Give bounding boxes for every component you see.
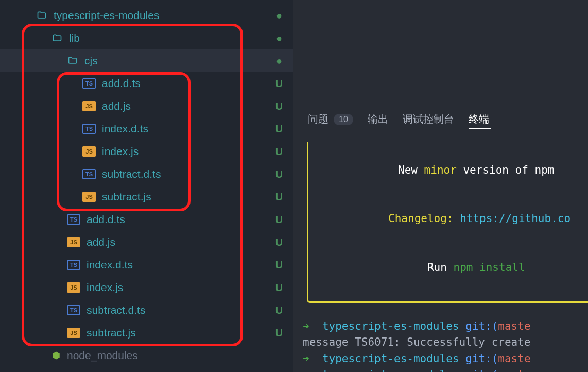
- git-status-untracked: U: [273, 191, 285, 203]
- git-status-untracked: U: [273, 305, 285, 316]
- tree-file[interactable]: TS subtract.d.ts U: [0, 299, 293, 322]
- tree-file[interactable]: TS subtract.d.ts U: [0, 163, 293, 185]
- tree-label: index.js: [102, 145, 273, 158]
- tab-terminal[interactable]: 终端: [469, 112, 489, 126]
- file-explorer: typescript-es-modules ● lib ● cjs ● TS a…: [0, 0, 293, 372]
- js-file-icon: JS: [82, 192, 96, 202]
- tree-label: subtract.js: [102, 191, 273, 203]
- tree-file[interactable]: JS subtract.js U: [0, 185, 293, 208]
- tree-label: subtract.d.ts: [87, 304, 273, 316]
- ts-file-icon: TS: [82, 169, 96, 179]
- terminal-line: ➜ typescript-es-modules git:(maste: [303, 351, 588, 367]
- tab-label: 问题: [308, 112, 328, 126]
- git-status-untracked: U: [273, 168, 285, 180]
- tree-label: subtract.js: [87, 327, 273, 339]
- terminal-line: message TS6071: Successfully create: [303, 334, 588, 351]
- tree-file[interactable]: JS subtract.js U: [0, 322, 293, 344]
- main-panel: 问题 10 输出 调试控制台 终端 New minor version of n…: [293, 0, 588, 372]
- tree-label: add.js: [87, 236, 273, 248]
- tab-label: 终端: [469, 112, 489, 126]
- panel-tabs: 问题 10 输出 调试控制台 终端: [293, 103, 588, 131]
- editor-area: [293, 0, 588, 103]
- tree-label: typescript-es-modules: [54, 9, 273, 22]
- git-status-untracked: U: [273, 146, 285, 158]
- tab-debug-console[interactable]: 调试控制台: [403, 112, 454, 126]
- terminal-line: ➜ typescript-es-modules git:(maste: [303, 367, 588, 372]
- tree-label: lib: [69, 32, 273, 44]
- terminal-line: ➜ typescript-es-modules git:(maste: [303, 318, 588, 335]
- git-status-untracked: U: [273, 100, 285, 112]
- git-status-untracked: U: [273, 214, 285, 226]
- tree-label: cjs: [84, 55, 273, 67]
- tree-file[interactable]: JS add.js U: [0, 95, 293, 117]
- ts-file-icon: TS: [67, 260, 80, 270]
- js-file-icon: JS: [82, 101, 96, 111]
- folder-open-icon: [51, 32, 63, 44]
- tree-label: add.d.ts: [87, 213, 273, 226]
- tab-label: 输出: [368, 112, 388, 126]
- git-status-untracked: U: [273, 236, 285, 248]
- node-modules-icon: [51, 351, 61, 360]
- folder-open-icon: [67, 55, 78, 66]
- tree-label: add.js: [102, 100, 273, 112]
- tree-label: add.d.ts: [102, 77, 273, 90]
- tree-label: node_modules: [67, 349, 285, 362]
- git-status-untracked: U: [273, 123, 285, 135]
- git-status-untracked: U: [273, 327, 285, 339]
- js-file-icon: JS: [82, 146, 96, 157]
- tree-label: index.js: [87, 281, 273, 294]
- ts-file-icon: TS: [82, 124, 96, 134]
- terminal-output[interactable]: New minor version of npm Changelog: http…: [293, 131, 588, 372]
- tree-file[interactable]: JS index.js U: [0, 276, 293, 299]
- problems-count-badge: 10: [334, 114, 353, 125]
- tree-folder-lib[interactable]: lib ●: [0, 27, 293, 49]
- git-status-dot: ●: [273, 55, 285, 67]
- tree-file[interactable]: TS add.d.ts U: [0, 208, 293, 231]
- ts-file-icon: TS: [67, 214, 80, 225]
- tab-output[interactable]: 输出: [368, 112, 388, 126]
- tree-file[interactable]: JS index.js U: [0, 140, 293, 163]
- tree-label: index.d.ts: [102, 123, 273, 135]
- tree-file[interactable]: TS index.d.ts U: [0, 253, 293, 276]
- tree-folder-cjs[interactable]: cjs ●: [0, 49, 293, 72]
- tree-label: subtract.d.ts: [102, 168, 273, 180]
- git-status-untracked: U: [273, 282, 285, 294]
- git-status-dot: ●: [273, 10, 285, 22]
- git-status-untracked: U: [273, 259, 285, 271]
- tree-folder-node-modules[interactable]: node_modules: [0, 344, 293, 367]
- js-file-icon: JS: [67, 328, 80, 338]
- tree-file[interactable]: JS add.js U: [0, 231, 293, 253]
- ts-file-icon: TS: [67, 305, 80, 315]
- tree-label: index.d.ts: [87, 259, 273, 271]
- tab-label: 调试控制台: [403, 112, 454, 126]
- folder-open-icon: [36, 10, 47, 21]
- js-file-icon: JS: [67, 282, 80, 293]
- tab-problems[interactable]: 问题 10: [308, 112, 353, 126]
- git-status-untracked: U: [273, 78, 285, 90]
- git-status-dot: ●: [273, 32, 285, 44]
- js-file-icon: JS: [67, 237, 80, 247]
- tree-file[interactable]: TS index.d.ts U: [0, 117, 293, 140]
- svg-marker-0: [53, 352, 60, 360]
- tree-file[interactable]: TS add.d.ts U: [0, 72, 293, 95]
- tree-folder-root[interactable]: typescript-es-modules ●: [0, 4, 293, 27]
- npm-notice-box: New minor version of npm Changelog: http…: [307, 142, 588, 303]
- ts-file-icon: TS: [82, 78, 96, 89]
